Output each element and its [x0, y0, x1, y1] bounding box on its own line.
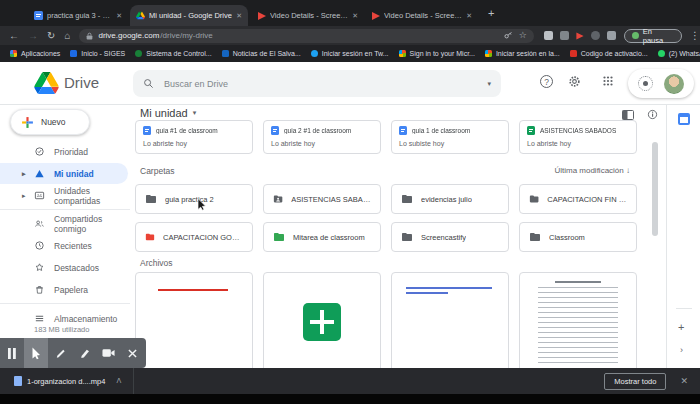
folder-icon: [401, 231, 413, 243]
storage-icon: [34, 313, 45, 324]
tab-screencastify-2[interactable]: Video Details - Screencastify ✕: [366, 5, 478, 26]
noticias-favicon: [222, 50, 229, 57]
drive-search-box[interactable]: ▾: [133, 70, 501, 97]
sort-control[interactable]: Última modificación ↓: [530, 166, 630, 175]
pen-tool-button[interactable]: [48, 338, 72, 368]
back-icon[interactable]: ←: [9, 30, 19, 41]
google-apps-grid-icon[interactable]: [602, 75, 614, 87]
file-activity-label: Lo abriste hoy: [271, 140, 373, 147]
sidebar-item-papelera[interactable]: Papelera: [0, 279, 128, 300]
next-page-chevron-icon[interactable]: ›: [680, 345, 683, 355]
tab-close-icon[interactable]: ✕: [236, 12, 242, 20]
bookmark-aplicaciones[interactable]: Aplicaciones: [10, 50, 60, 57]
folder-card[interactable]: guia practica 2: [135, 184, 253, 214]
folder-card[interactable]: CAPACITACION FIN DE A..: [519, 184, 637, 214]
screencastify-paused-badge[interactable]: En pausa: [624, 29, 682, 43]
suggested-file-card[interactable]: guia #1 de classroom Lo abriste hoy: [135, 120, 253, 154]
file-card[interactable]: [519, 272, 637, 372]
tab-drive-active[interactable]: Mi unidad - Google Drive ✕: [130, 5, 248, 26]
sidebar-item-recientes[interactable]: Recientes: [0, 235, 128, 256]
file-card[interactable]: [391, 272, 509, 372]
scrollbar-thumb[interactable]: [652, 142, 658, 236]
forward-icon[interactable]: →: [28, 30, 38, 41]
sync-spinner-icon[interactable]: [638, 76, 653, 91]
screencastify-extension-icon[interactable]: [576, 32, 583, 39]
search-input[interactable]: [162, 78, 479, 90]
tab-screencastify-1[interactable]: Video Details - Screencastify ✕: [252, 5, 364, 26]
bookmark-siges[interactable]: Inicio - SIGES: [70, 50, 125, 57]
reload-icon[interactable]: ↻: [47, 30, 55, 41]
file-card[interactable]: [263, 272, 381, 372]
cursor-tool-button[interactable]: [24, 338, 48, 368]
view-title-chevron-icon[interactable]: ▾: [193, 109, 197, 117]
tab-docs[interactable]: practica guia 3 - Documentos d ✕: [28, 5, 128, 26]
bookmark-microsoft-signin[interactable]: Sign in to your Micr...: [399, 50, 475, 57]
video-file-icon: [14, 376, 22, 386]
new-button[interactable]: Nuevo: [10, 109, 90, 135]
home-icon[interactable]: ⌂: [64, 30, 70, 41]
file-activity-label: Lo abriste hoy: [143, 140, 245, 147]
folder-card[interactable]: Screencastify: [391, 222, 509, 252]
sidebar-item-mi-unidad[interactable]: ▸ Mi unidad: [0, 163, 128, 184]
search-options-chevron-icon[interactable]: ▾: [487, 80, 491, 88]
sidebar-item-unidades-compartidas[interactable]: ▸ Unidades compartidas: [0, 185, 128, 206]
mouse-cursor: [197, 198, 207, 211]
file-card[interactable]: [135, 272, 253, 372]
close-toolbar-button[interactable]: [120, 338, 144, 368]
marker-tool-button[interactable]: [72, 338, 96, 368]
folder-card[interactable]: Mitarea de classroom: [263, 222, 381, 252]
bookmark-noticias[interactable]: Noticias de El Salva...: [222, 50, 301, 57]
help-button[interactable]: ?: [540, 75, 553, 88]
view-title[interactable]: Mi unidad ▾: [140, 107, 196, 119]
suggested-file-card[interactable]: guia 1 de classroom Lo subiste hoy: [391, 120, 509, 154]
drive-header: Drive ▾ ?: [0, 62, 700, 105]
bookmark-microsoft-la[interactable]: Iniciar sesión en la...: [485, 50, 560, 57]
tab-close-icon[interactable]: ✕: [352, 12, 358, 20]
sort-direction-arrow-icon[interactable]: ↓: [626, 166, 630, 175]
show-all-downloads-button[interactable]: Mostrar todo: [604, 373, 666, 390]
folder-card[interactable]: CAPACITACION GOOGLE ..: [135, 222, 253, 252]
bookmark-twitter[interactable]: Iniciar sesión en Tw...: [311, 50, 389, 57]
sidebar-item-prioridad[interactable]: Prioridad: [0, 141, 128, 162]
new-tab-button[interactable]: +: [488, 8, 494, 19]
bookmark-whatsapp[interactable]: (2) WhatsApp: [658, 50, 700, 57]
extension-icon[interactable]: [607, 31, 616, 40]
google-calendar-icon[interactable]: [678, 113, 690, 125]
suggested-file-card[interactable]: guia 2 #1 de classroom Lo abriste hoy: [263, 120, 381, 154]
folder-card[interactable]: ASISTENCIAS SABADOS ..: [263, 184, 381, 214]
extension-icon[interactable]: [591, 31, 600, 40]
tab-close-icon[interactable]: ✕: [466, 12, 472, 20]
close-icon: [128, 349, 137, 358]
tab-close-icon[interactable]: ✕: [116, 12, 122, 20]
bookmarks-bar: Aplicaciones Inicio - SIGES Sistema de C…: [0, 45, 700, 62]
list-view-toggle-icon[interactable]: [622, 110, 634, 120]
download-options-chevron-icon[interactable]: ᐱ: [116, 377, 121, 385]
cursor-icon: [31, 347, 42, 360]
settings-gear-icon[interactable]: [568, 75, 581, 88]
extension-icon[interactable]: [544, 31, 553, 40]
downloaded-file-chip[interactable]: 1-organizacion d....mp4 ᐱ: [14, 376, 121, 386]
expand-chevron-icon[interactable]: ▸: [22, 192, 26, 200]
user-avatar[interactable]: [664, 74, 684, 94]
folder-icon: [273, 231, 285, 243]
folder-icon: [529, 231, 541, 243]
suggested-file-card[interactable]: ASISTENCIAS SABADOS Lo abriste hoy: [519, 120, 637, 154]
sidebar-item-compartidos-conmigo[interactable]: Compartidos conmigo: [0, 213, 128, 234]
folder-card[interactable]: Classroom: [519, 222, 637, 252]
folder-card[interactable]: evidencias julio: [391, 184, 509, 214]
bookmark-sistema-control[interactable]: Sistema de Control...: [135, 50, 211, 57]
close-downloads-bar-icon[interactable]: ✕: [680, 376, 688, 386]
address-bar[interactable]: drive.google.com /drive/my-drive ☆: [79, 29, 533, 43]
expand-chevron-icon[interactable]: ▸: [22, 170, 26, 178]
extension-icon[interactable]: [560, 31, 569, 40]
sidebar-item-destacados[interactable]: Destacados: [0, 257, 128, 278]
bookmark-star-icon[interactable]: ☆: [519, 31, 527, 40]
help-icon: ?: [540, 75, 553, 88]
pause-button[interactable]: [0, 338, 24, 368]
bookmark-codigo[interactable]: Codigo de activacio...: [570, 50, 648, 57]
password-key-icon[interactable]: [504, 31, 513, 40]
get-addons-plus-icon[interactable]: +: [678, 321, 684, 333]
browser-menu-icon[interactable]: ⋮: [690, 30, 700, 41]
camera-tool-button[interactable]: [96, 338, 120, 368]
info-icon[interactable]: [647, 109, 658, 120]
